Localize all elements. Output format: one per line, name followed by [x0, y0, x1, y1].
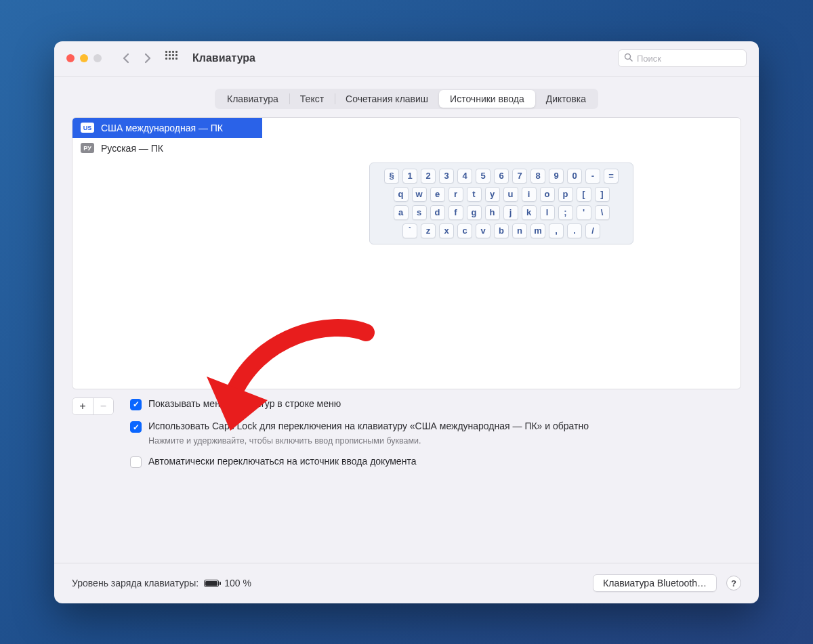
- key: ,: [549, 223, 564, 238]
- tab-shortcuts[interactable]: Сочетания клавиш: [335, 90, 439, 108]
- traffic-lights: [66, 54, 102, 62]
- options-area: + − Показывать меню клавиатур в строке м…: [72, 398, 741, 478]
- checkbox[interactable]: [130, 456, 142, 468]
- keyboard-preview-pane: §1234567890-= qwertyuiop[] asdfghjkl;'\ …: [262, 118, 741, 389]
- tab-input-sources[interactable]: Источники ввода: [439, 90, 535, 108]
- add-button[interactable]: +: [72, 398, 93, 414]
- titlebar: Клавиатура Поиск: [54, 41, 759, 77]
- key: j: [503, 205, 518, 220]
- segmented-tabs: Клавиатура Текст Сочетания клавиш Источн…: [215, 89, 598, 109]
- key: 9: [549, 169, 564, 184]
- key: ': [577, 205, 591, 220]
- content-panel: US США международная — ПК РУ Русская — П…: [72, 117, 741, 389]
- key: u: [503, 187, 518, 202]
- key: -: [585, 169, 600, 184]
- key: 5: [476, 169, 491, 184]
- forward-button[interactable]: [140, 50, 156, 66]
- search-input[interactable]: Поиск: [618, 49, 747, 67]
- nav-arrows: [118, 50, 156, 66]
- flag-icon: US: [81, 123, 94, 133]
- key: i: [522, 187, 537, 202]
- key: `: [402, 223, 417, 238]
- key: \: [595, 205, 610, 220]
- key: 2: [421, 169, 436, 184]
- key: y: [485, 187, 500, 202]
- checkbox[interactable]: [130, 399, 142, 410]
- key: t: [467, 187, 482, 202]
- key: 0: [567, 169, 582, 184]
- key: b: [494, 223, 509, 238]
- search-icon: [624, 53, 633, 64]
- key: m: [530, 223, 545, 238]
- key: x: [439, 223, 454, 238]
- key: l: [540, 205, 555, 220]
- battery-label: Уровень заряда клавиатуры:: [72, 578, 199, 588]
- option-show-menu: Показывать меню клавиатур в строке меню: [130, 398, 741, 411]
- tab-keyboard[interactable]: Клавиатура: [216, 90, 289, 108]
- page-title: Клавиатура: [192, 52, 255, 64]
- list-item[interactable]: РУ Русская — ПК: [72, 138, 262, 158]
- key: ]: [595, 187, 610, 202]
- key: h: [485, 205, 500, 220]
- add-remove-buttons: + −: [72, 398, 114, 415]
- list-item[interactable]: US США международная — ПК: [72, 118, 262, 138]
- key: w: [412, 187, 427, 202]
- maximize-button: [93, 54, 102, 62]
- preferences-window: Клавиатура Поиск Клавиатура Текст Сочета…: [54, 41, 759, 603]
- checkbox-hint: Нажмите и удерживайте, чтобы включить вв…: [148, 436, 589, 446]
- footer: Уровень заряда клавиатуры: 100 % Клавиат…: [54, 563, 759, 603]
- flag-icon: РУ: [81, 143, 94, 153]
- checkbox[interactable]: [130, 421, 142, 433]
- key: /: [585, 223, 600, 238]
- back-button[interactable]: [118, 50, 134, 66]
- key: g: [467, 205, 482, 220]
- tab-dictation[interactable]: Диктовка: [535, 90, 597, 108]
- search-placeholder: Поиск: [637, 53, 661, 64]
- remove-button[interactable]: −: [93, 398, 113, 414]
- show-all-icon[interactable]: [165, 51, 180, 66]
- keyboard-preview: §1234567890-= qwertyuiop[] asdfghjkl;'\ …: [369, 163, 633, 244]
- key: .: [567, 223, 582, 238]
- key: p: [558, 187, 573, 202]
- key: 6: [494, 169, 509, 184]
- key: a: [394, 205, 409, 220]
- key: c: [457, 223, 472, 238]
- key: 3: [439, 169, 454, 184]
- input-source-label: США международная — ПК: [101, 123, 223, 133]
- key: §: [384, 169, 399, 184]
- key: f: [449, 205, 463, 220]
- key: q: [394, 187, 409, 202]
- key: 8: [530, 169, 545, 184]
- option-caps-lock: Использовать Caps Lock для переключения …: [130, 420, 741, 446]
- key: s: [412, 205, 427, 220]
- battery-percent: 100 %: [224, 578, 251, 588]
- key: 1: [402, 169, 417, 184]
- key: n: [512, 223, 527, 238]
- svg-line-1: [630, 59, 633, 62]
- key: z: [421, 223, 436, 238]
- key: v: [476, 223, 491, 238]
- key: 4: [457, 169, 472, 184]
- key: ;: [558, 205, 573, 220]
- input-source-label: Русская — ПК: [101, 143, 163, 154]
- checkbox-label: Использовать Caps Lock для переключения …: [148, 420, 589, 433]
- key: d: [430, 205, 445, 220]
- tabs-bar: Клавиатура Текст Сочетания клавиш Источн…: [54, 77, 759, 117]
- battery-icon: [204, 580, 219, 587]
- key: =: [604, 169, 619, 184]
- option-auto-switch: Автоматически переключаться на источник …: [130, 455, 741, 469]
- checkbox-list: Показывать меню клавиатур в строке меню …: [130, 398, 741, 478]
- tab-text[interactable]: Текст: [289, 90, 335, 108]
- key: r: [449, 187, 463, 202]
- minimize-button[interactable]: [80, 54, 88, 62]
- bluetooth-keyboard-button[interactable]: Клавиатура Bluetooth…: [593, 574, 717, 592]
- key: e: [430, 187, 445, 202]
- key: k: [522, 205, 537, 220]
- input-sources-list[interactable]: US США международная — ПК РУ Русская — П…: [72, 118, 262, 389]
- key: 7: [512, 169, 527, 184]
- key: o: [540, 187, 555, 202]
- key: [: [577, 187, 591, 202]
- checkbox-label: Показывать меню клавиатур в строке меню: [148, 398, 341, 411]
- help-button[interactable]: ?: [726, 576, 741, 591]
- close-button[interactable]: [66, 54, 75, 62]
